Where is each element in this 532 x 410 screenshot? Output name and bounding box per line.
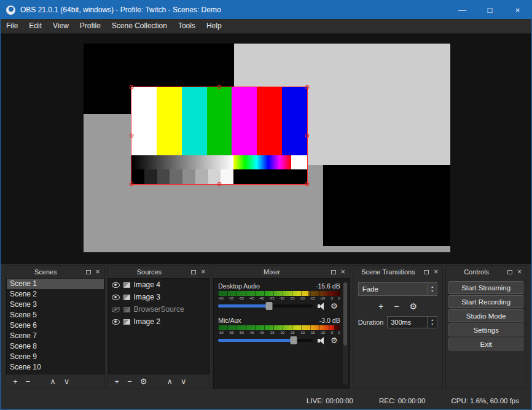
close-dock-icon[interactable]: × (339, 268, 347, 276)
scenes-panel: Scenes × Scene 1 Scene 2 Scene 3 Scene 5… (6, 265, 105, 389)
resize-handle-top-left[interactable] (130, 85, 134, 90)
scene-item[interactable]: Scene 10 (7, 362, 104, 373)
visibility-eye-off-icon[interactable] (112, 307, 120, 312)
volume-meter (218, 291, 340, 296)
scenes-panel-title: Scenes (9, 268, 83, 276)
close-dock-icon[interactable]: × (432, 268, 440, 276)
mixer-scrollbar[interactable] (343, 282, 348, 384)
add-transition-button[interactable]: + (378, 301, 383, 311)
volume-slider[interactable] (218, 304, 313, 308)
sources-panel-titlebar: Sources × (108, 266, 210, 278)
menu-file[interactable]: File (1, 19, 23, 33)
channel-name: Desktop Audio (218, 282, 260, 290)
visibility-eye-icon[interactable] (112, 295, 120, 300)
spinbox-arrows[interactable]: ▲ ▼ (427, 317, 437, 328)
source-label: Image 2 (134, 317, 160, 326)
channel-level: -3.0 dB (319, 317, 340, 324)
menu-tools[interactable]: Tools (173, 19, 201, 33)
move-scene-down-button[interactable]: ∨ (64, 377, 70, 386)
close-dock-icon[interactable]: × (199, 268, 207, 276)
float-dock-icon[interactable] (191, 270, 196, 274)
minimize-button[interactable]: — (448, 1, 476, 19)
move-scene-up-button[interactable]: ∧ (50, 377, 56, 386)
add-scene-button[interactable]: + (13, 377, 18, 386)
resize-handle-top-center[interactable] (217, 85, 222, 90)
remove-transition-button[interactable]: − (394, 301, 399, 311)
combo-arrows[interactable]: ▲ ▼ (427, 283, 437, 295)
status-bar: LIVE: 00:00:00 REC: 00:00:00 CPU: 1.6%, … (1, 392, 531, 409)
scene-item[interactable]: Scene 9 (7, 352, 104, 362)
add-source-button[interactable]: + (115, 377, 120, 386)
volume-slider-handle[interactable] (266, 302, 273, 310)
resize-handle-bottom-right[interactable] (305, 182, 310, 187)
remove-source-button[interactable]: − (127, 377, 132, 386)
float-dock-icon[interactable] (331, 270, 336, 274)
source-properties-button[interactable]: ⚙ (140, 377, 147, 386)
scene-item[interactable]: Scene 6 (7, 320, 104, 331)
close-dock-icon[interactable]: × (94, 268, 102, 276)
resize-handle-middle-left[interactable] (130, 134, 134, 138)
selected-source-testcard[interactable] (131, 87, 308, 185)
transition-actions: + − ⚙ (358, 301, 438, 311)
resize-handle-bottom-left[interactable] (130, 182, 134, 187)
transitions-panel-title: Scene Transitions (356, 268, 421, 276)
maximize-button[interactable]: □ (476, 1, 504, 19)
close-button[interactable]: × (504, 1, 531, 19)
exit-button[interactable]: Exit (448, 338, 523, 350)
spin-up-icon[interactable]: ▲ (431, 285, 434, 288)
transition-select[interactable]: Fade ▲ ▼ (358, 282, 438, 296)
move-source-up-button[interactable]: ∧ (166, 377, 173, 386)
source-item[interactable]: BrowserSource (109, 303, 209, 315)
volume-meter (218, 325, 340, 330)
volume-slider-handle[interactable] (291, 336, 297, 344)
scene-item[interactable]: Scene 8 (7, 341, 104, 352)
float-dock-icon[interactable] (86, 270, 91, 274)
settings-button[interactable]: Settings (448, 323, 523, 336)
channel-name: Mic/Aux (218, 317, 241, 324)
mixer-channel-mic-aux: Mic/Aux -3.0 dB -60-55-50-45-40-35-30-25… (218, 317, 340, 344)
gear-icon[interactable]: ⚙ (331, 302, 338, 310)
close-dock-icon[interactable]: × (515, 268, 523, 276)
spin-down-icon[interactable]: ▼ (431, 323, 434, 326)
source-item[interactable]: Image 2 (109, 315, 209, 328)
sources-list: Image 4 Image 3 BrowserSource Image 2 (108, 278, 210, 374)
float-dock-icon[interactable] (507, 270, 512, 274)
transition-properties-button[interactable]: ⚙ (409, 301, 417, 311)
source-item[interactable]: Image 3 (109, 291, 209, 303)
menu-edit[interactable]: Edit (23, 19, 47, 33)
source-item[interactable]: Image 4 (109, 279, 209, 291)
visibility-eye-icon[interactable] (112, 282, 120, 288)
remove-scene-button[interactable]: − (26, 377, 31, 386)
menu-profile[interactable]: Profile (74, 19, 106, 33)
duration-spinbox[interactable]: 300ms ▲ ▼ (387, 316, 437, 328)
mixer-panel-titlebar: Mixer × (213, 266, 349, 278)
float-dock-icon[interactable] (424, 270, 429, 274)
mixer-channel-desktop-audio: Desktop Audio -15.6 dB -60-55-50-45-40-3… (218, 282, 340, 310)
browser-source-icon (123, 307, 130, 312)
studio-mode-button[interactable]: Studio Mode (448, 309, 523, 322)
move-source-down-button[interactable]: ∨ (181, 377, 187, 386)
visibility-eye-icon[interactable] (112, 319, 120, 325)
scene-item[interactable]: Scene 7 (7, 331, 104, 341)
volume-slider[interactable] (218, 339, 313, 342)
video-canvas[interactable] (84, 44, 450, 252)
scene-item[interactable]: Scene 3 (7, 300, 104, 310)
start-streaming-button[interactable]: Start Streaming (448, 281, 523, 294)
resize-handle-bottom-center[interactable] (217, 182, 222, 187)
source-black-rect-bottom-right[interactable] (323, 165, 450, 246)
scene-item[interactable]: Scene 1 (7, 279, 104, 289)
start-recording-button[interactable]: Start Recording (448, 295, 523, 308)
menu-scene-collection[interactable]: Scene Collection (106, 19, 173, 33)
gear-icon[interactable]: ⚙ (331, 336, 338, 344)
scene-item[interactable]: Scene 2 (7, 289, 104, 300)
spin-up-icon[interactable]: ▲ (431, 319, 434, 322)
speaker-icon[interactable] (318, 303, 326, 310)
scene-item[interactable]: Scene 5 (7, 310, 104, 320)
resize-handle-middle-right[interactable] (305, 134, 310, 138)
resize-handle-top-right[interactable] (305, 85, 310, 90)
scrollbar-thumb[interactable] (343, 282, 347, 346)
spin-down-icon[interactable]: ▼ (431, 290, 434, 293)
menu-help[interactable]: Help (201, 19, 227, 33)
menu-view[interactable]: View (47, 19, 74, 33)
speaker-icon[interactable] (318, 337, 326, 344)
